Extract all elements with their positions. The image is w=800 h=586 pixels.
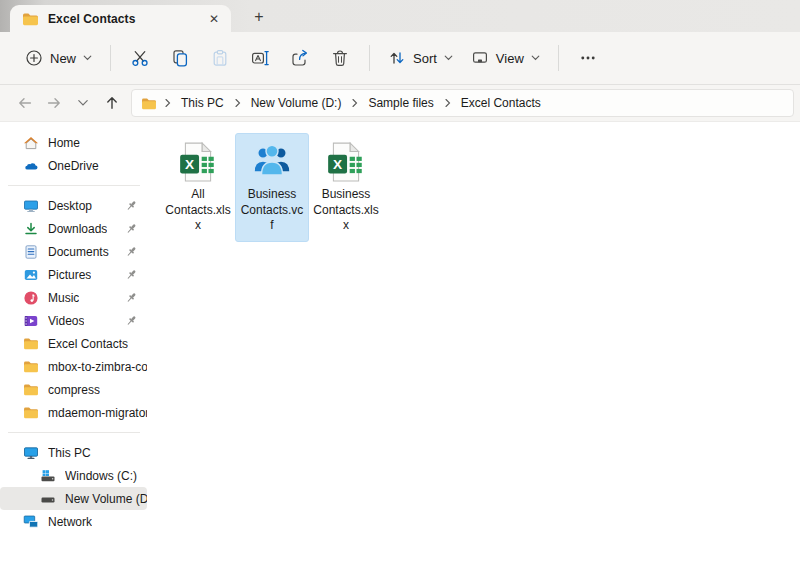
sidebar-item-network[interactable]: Network bbox=[0, 510, 147, 533]
rename-icon bbox=[250, 48, 270, 68]
new-button[interactable]: New bbox=[16, 42, 101, 74]
sidebar-item-windows-c[interactable]: Windows (C:) bbox=[0, 464, 147, 487]
more-options-button[interactable] bbox=[568, 40, 608, 76]
forward-button[interactable] bbox=[39, 89, 68, 117]
view-icon bbox=[471, 49, 489, 67]
svg-text:X: X bbox=[333, 157, 342, 172]
sidebar-item-mdaemon-folder[interactable]: mdaemon-migrator bbox=[0, 401, 147, 424]
file-name: Business Contacts.vcf bbox=[239, 187, 305, 234]
breadcrumb-chevron-icon bbox=[162, 98, 173, 108]
chevron-down-icon bbox=[444, 55, 453, 61]
rename-button[interactable] bbox=[240, 40, 280, 76]
sidebar-item-desktop[interactable]: Desktop bbox=[0, 194, 147, 217]
sidebar-item-mbox-folder[interactable]: mbox-to-zimbra-con bbox=[0, 355, 147, 378]
file-all-contacts-xlsx[interactable]: X All Contacts.xlsx bbox=[161, 133, 235, 242]
onedrive-icon bbox=[23, 158, 39, 174]
sidebar-item-label: compress bbox=[48, 383, 100, 397]
sidebar-item-label: Home bbox=[48, 136, 80, 150]
cut-button[interactable] bbox=[120, 40, 160, 76]
back-icon bbox=[17, 95, 33, 111]
sidebar-item-label: This PC bbox=[48, 446, 91, 460]
sidebar-item-this-pc[interactable]: This PC bbox=[0, 441, 147, 464]
back-button[interactable] bbox=[10, 89, 39, 117]
folder-icon bbox=[22, 12, 39, 26]
chevron-down-icon bbox=[77, 99, 89, 107]
cut-icon bbox=[130, 48, 150, 68]
sidebar-item-label: Downloads bbox=[48, 222, 107, 236]
pictures-icon bbox=[23, 267, 39, 283]
delete-button[interactable] bbox=[320, 40, 360, 76]
sidebar-item-label: Music bbox=[48, 291, 79, 305]
pin-icon bbox=[125, 314, 138, 327]
contacts-file-icon bbox=[250, 142, 294, 182]
breadcrumb-item-sample-files[interactable]: Sample files bbox=[361, 92, 440, 114]
up-icon bbox=[104, 95, 120, 111]
breadcrumb-chevron-icon bbox=[349, 98, 360, 108]
breadcrumb-chevron-icon bbox=[442, 98, 453, 108]
folder-icon bbox=[23, 337, 39, 350]
explorer-tab[interactable]: Excel Contacts ✕ bbox=[10, 5, 231, 32]
paste-button[interactable] bbox=[200, 40, 240, 76]
sidebar-item-label: OneDrive bbox=[48, 159, 99, 173]
file-explorer-window: Excel Contacts ✕ + New bbox=[0, 0, 800, 586]
excel-file-icon: X bbox=[177, 141, 219, 183]
sidebar-item-label: Documents bbox=[48, 245, 109, 259]
new-tab-button[interactable]: + bbox=[246, 6, 272, 28]
pin-icon bbox=[125, 245, 138, 258]
sidebar-item-music[interactable]: Music bbox=[0, 286, 147, 309]
drive-icon bbox=[40, 491, 56, 507]
breadcrumb-item-this-pc[interactable]: This PC bbox=[174, 92, 231, 114]
paste-icon bbox=[210, 48, 230, 68]
copy-icon bbox=[170, 48, 190, 68]
file-list: X All Contacts.xlsx bbox=[150, 122, 800, 586]
sidebar-item-home[interactable]: Home bbox=[0, 131, 147, 154]
recent-locations-button[interactable] bbox=[68, 89, 97, 117]
file-business-contacts-vcf[interactable]: Business Contacts.vcf bbox=[235, 133, 309, 242]
tab-close-button[interactable]: ✕ bbox=[203, 9, 225, 29]
sidebar-item-compress-folder[interactable]: compress bbox=[0, 378, 147, 401]
main-area: Home OneDrive Desktop bbox=[0, 122, 800, 586]
tab-title: Excel Contacts bbox=[48, 12, 194, 26]
view-button[interactable]: View bbox=[462, 42, 549, 74]
download-icon bbox=[23, 221, 39, 237]
sort-button-label: Sort bbox=[413, 51, 437, 66]
breadcrumb-chevron-icon bbox=[232, 98, 243, 108]
chevron-down-icon bbox=[531, 55, 540, 61]
sidebar-item-label: mbox-to-zimbra-con bbox=[48, 360, 147, 374]
sidebar-item-documents[interactable]: Documents bbox=[0, 240, 147, 263]
pin-icon bbox=[125, 199, 138, 212]
breadcrumb-item-excel-contacts[interactable]: Excel Contacts bbox=[454, 92, 548, 114]
svg-text:X: X bbox=[185, 157, 194, 172]
windows-drive-icon bbox=[40, 468, 56, 484]
sidebar-item-label: Excel Contacts bbox=[48, 337, 128, 351]
breadcrumb[interactable]: This PC New Volume (D:) Sample files Exc… bbox=[131, 89, 794, 117]
folder-icon bbox=[23, 406, 39, 419]
sort-button[interactable]: Sort bbox=[379, 42, 462, 74]
sidebar-separator bbox=[8, 185, 140, 186]
sidebar-item-downloads[interactable]: Downloads bbox=[0, 217, 147, 240]
sidebar-item-videos[interactable]: Videos bbox=[0, 309, 147, 332]
pin-icon bbox=[125, 222, 138, 235]
folder-icon bbox=[141, 97, 157, 110]
file-business-contacts-xlsx[interactable]: X Business Contacts.xlsx bbox=[309, 133, 383, 242]
sidebar-item-label: Windows (C:) bbox=[65, 469, 137, 483]
network-icon bbox=[23, 514, 39, 530]
folder-icon bbox=[23, 383, 39, 396]
pin-icon bbox=[125, 291, 138, 304]
sidebar-item-label: New Volume (D:) bbox=[65, 492, 147, 506]
breadcrumb-item-drive[interactable]: New Volume (D:) bbox=[244, 92, 349, 114]
sidebar-item-onedrive[interactable]: OneDrive bbox=[0, 154, 147, 177]
up-button[interactable] bbox=[97, 89, 126, 117]
sidebar-item-pictures[interactable]: Pictures bbox=[0, 263, 147, 286]
sidebar-item-new-volume-d[interactable]: New Volume (D:) bbox=[0, 487, 147, 510]
copy-button[interactable] bbox=[160, 40, 200, 76]
ellipsis-icon bbox=[579, 49, 597, 67]
pin-icon bbox=[125, 268, 138, 281]
sidebar-item-label: mdaemon-migrator bbox=[48, 406, 147, 420]
share-button[interactable] bbox=[280, 40, 320, 76]
sidebar-item-excel-contacts-folder[interactable]: Excel Contacts bbox=[0, 332, 147, 355]
sidebar-item-label: Network bbox=[48, 515, 92, 529]
command-bar: New bbox=[0, 32, 800, 85]
new-button-label: New bbox=[50, 51, 76, 66]
sort-icon bbox=[388, 49, 406, 67]
